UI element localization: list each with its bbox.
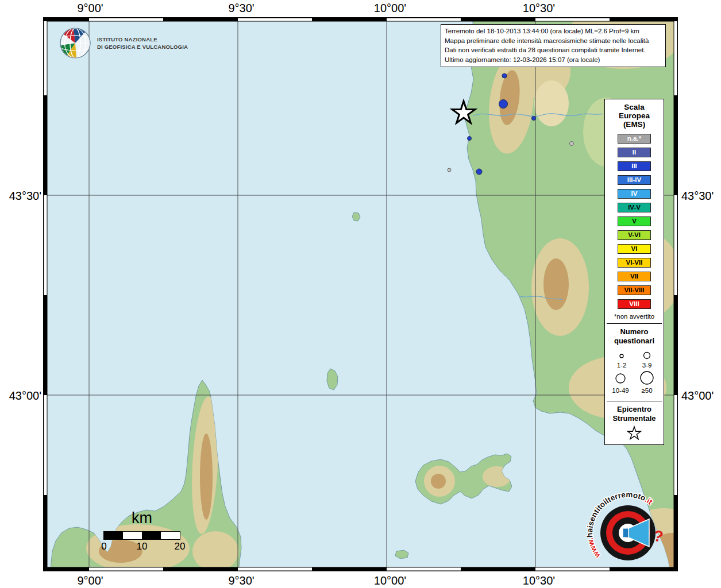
legend-swatch-label: IV [631,190,638,197]
haisentito-logo-graphic: www.haisentitoilterremoto.it ? [584,487,673,580]
intensity-point [502,74,507,78]
ingv-globe-icon [59,27,91,59]
legend-footnote: *non avvertito [605,313,664,320]
legend-swatch: V-VI [618,230,651,240]
legend-swatch-label: n.a.* [627,135,641,142]
intensity-point [448,168,451,172]
legend-swatch-label: VII [630,273,638,280]
legend: Scala Europea (EMS) n.a.* II III III-IV … [604,99,664,445]
scale-tick: 20 [168,541,191,552]
legend-swatch-label: II [633,149,636,156]
scale-tick: 10 [130,541,153,552]
bin-label: ≥50 [641,387,652,394]
intensity-point [468,137,472,141]
lon-label-bottom: 10°00' [356,574,425,587]
legend-swatch: IV [618,189,651,199]
intensity-point [570,142,574,146]
legend-swatch: VI [618,244,651,254]
legend-swatch-label: VI [631,245,638,252]
lon-label-bottom: 9°30' [207,574,276,587]
legend-swatch: V [618,216,651,226]
legend-swatch-label: VI-VII [626,259,643,266]
intensity-point [499,100,508,109]
lat-label-left: 43°00' [1,389,41,403]
event-summary: Terremoto del 18-10-2013 13:44:00 (ora l… [445,26,662,36]
questionnaire-title: Numero [605,327,664,336]
legend-divider [607,323,662,324]
legend-swatch-label: VIII [629,300,639,307]
lat-label-right: 43°00' [681,389,721,403]
topographic-map [43,17,678,571]
lon-label-top: 10°30' [504,2,573,15]
ingv-name-line2: DI GEOFISICA E VULCANOLOGIA [97,43,188,51]
intensity-point [532,117,536,121]
intensity-point [476,169,482,175]
lon-label-top: 9°30' [207,2,276,15]
lat-label-right: 43°30' [681,189,721,203]
legend-swatch-label: V-VI [628,231,641,238]
legend-swatch: III-IV [618,175,651,185]
ingv-name-line1: ISTITUTO NAZIONALE [97,36,188,43]
data-disclaimer: Dati non verificati estratti da 28 quest… [445,45,662,55]
event-info-box: Terremoto del 18-10-2013 13:44:00 (ora l… [441,24,666,67]
bin-label: 3-9 [642,362,652,369]
scale-unit: km [103,510,180,526]
bin-label: 10-49 [612,387,629,394]
epicenter-key-star-icon [626,425,643,441]
map-canvas [43,17,678,571]
legend-divider [607,401,662,401]
intensity-scale: n.a.* II III III-IV IV IV-V V V-VI VI VI… [605,134,664,309]
ingv-logo-block: ISTITUTO NAZIONALE DI GEOFISICA E VULCAN… [59,27,188,59]
epicenter-key-title: Strumentale [605,414,664,423]
lon-label-bottom: 10°30' [504,574,573,587]
bin-label: 1-2 [617,362,627,369]
legend-swatch-label: IV-V [628,204,641,211]
scale-tick: 0 [92,541,115,552]
legend-title: Scala [605,103,664,111]
legend-swatch-label: III-IV [627,176,641,183]
haisentito-logo: www.haisentitoilterremoto.it ? [584,487,673,582]
questionnaire-size-key: 1-2 3-9 10-49 ≥50 [606,348,663,395]
legend-swatch: n.a.* [618,134,651,144]
legend-swatch: III [618,161,651,171]
legend-swatch-label: V [632,218,637,225]
lon-label-bottom: 9°00' [56,574,125,587]
lon-label-top: 10°00' [356,2,425,15]
legend-swatch: VII [618,272,651,281]
questionnaire-title: questionari [605,336,664,346]
legend-swatch: IV-V [618,203,651,212]
legend-swatch-label: VII-VIII [624,287,644,293]
legend-title: (EMS) [605,120,664,129]
legend-swatch: VII-VIII [618,285,651,295]
legend-swatch: VI-VII [618,258,651,268]
seismic-intensity-map-page: 9°00' 9°30' 10°00' 10°30' 9°00' 9°30' 10… [0,0,721,588]
map-description: Mappa preliminare delle intensità macros… [445,36,662,46]
lat-label-left: 43°30' [1,189,41,203]
last-update: Ultimo aggiornamento: 12-03-2026 15:07 (… [445,55,662,65]
legend-swatch: VIII [618,299,651,309]
legend-swatch-label: III [631,163,637,169]
scale-bar-segments [103,531,180,540]
legend-title: Europea [605,111,664,120]
map-scale-bar: km 0 10 20 [103,510,180,552]
epicenter-key-title: Epicentro [605,405,664,414]
lon-label-top: 9°00' [56,2,125,15]
legend-swatch: II [618,148,651,157]
